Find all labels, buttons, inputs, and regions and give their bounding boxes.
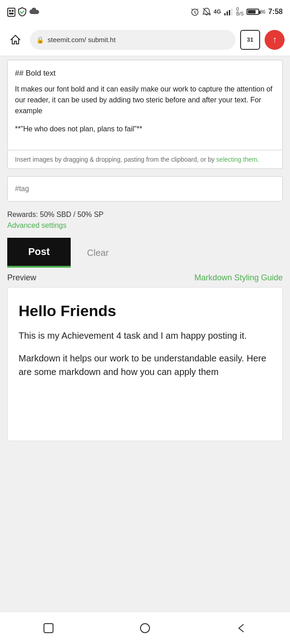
advanced-settings-link[interactable]: Advanced settings xyxy=(7,221,283,230)
image-hint: Insert images by dragging & dropping, pa… xyxy=(7,150,283,169)
post-button[interactable]: Post xyxy=(7,238,71,268)
signal-bars xyxy=(224,8,234,15)
image-hint-text-after: . xyxy=(257,156,259,163)
rewards-text: Rewards: 50% SBD / 50% SP xyxy=(7,211,283,219)
editor-para1: It makes our font bold and it can easily… xyxy=(15,84,275,116)
svg-rect-9 xyxy=(231,9,232,15)
status-bar: 4G 0B/S 86 7:58 xyxy=(0,0,290,24)
svg-rect-2 xyxy=(12,10,14,12)
editor-area[interactable]: ## Bold text It makes our font bold and … xyxy=(7,60,283,150)
select-files-link[interactable]: selecting them xyxy=(216,156,257,163)
back-button[interactable] xyxy=(223,618,260,638)
status-icons-left xyxy=(7,7,40,17)
preview-heading: Hello Friends xyxy=(19,302,271,320)
home-nav-icon xyxy=(139,622,151,634)
editor-bold-example: **"He who does not plan, plans to fail"*… xyxy=(15,124,275,135)
preview-label: Preview xyxy=(7,273,36,283)
preview-para2: Markdown it helps our work to be underst… xyxy=(19,351,271,379)
data-speed: 0B/S xyxy=(237,7,244,16)
back-icon xyxy=(235,622,248,634)
svg-point-11 xyxy=(140,624,150,633)
sim-icon xyxy=(7,7,15,17)
preview-para1: This is my Achievement 4 task and I am h… xyxy=(19,329,271,342)
image-hint-text-before: Insert images by dragging & dropping, pa… xyxy=(15,156,216,163)
editor-heading: ## Bold text xyxy=(15,67,275,79)
address-bar[interactable]: 🔒 steemit.com/ submit.ht xyxy=(30,30,236,50)
svg-rect-10 xyxy=(44,624,53,633)
svg-rect-3 xyxy=(9,13,14,14)
svg-rect-8 xyxy=(229,10,230,15)
upload-button[interactable]: ↑ xyxy=(265,30,285,50)
battery: 86 xyxy=(246,9,266,15)
url-text: steemit.com/ submit.ht xyxy=(48,36,116,43)
tag-input-wrap[interactable] xyxy=(7,176,283,202)
cloud-icon xyxy=(29,8,40,16)
action-buttons: Post Clear xyxy=(0,233,290,268)
svg-rect-0 xyxy=(8,8,15,16)
upload-arrow-icon: ↑ xyxy=(272,34,277,45)
alarm-icon xyxy=(190,7,199,16)
rewards-section: Rewards: 50% SBD / 50% SP Advanced setti… xyxy=(0,202,290,233)
tag-input[interactable] xyxy=(15,185,275,193)
recents-icon xyxy=(42,622,55,634)
svg-rect-6 xyxy=(224,13,226,15)
network-4g: 4G xyxy=(214,9,221,15)
markdown-guide-link[interactable]: Markdown Styling Guide xyxy=(194,273,283,283)
preview-content: Hello Friends This is my Achievement 4 t… xyxy=(7,287,283,441)
status-icons-right: 4G 0B/S 86 7:58 xyxy=(190,7,283,16)
svg-rect-1 xyxy=(9,10,11,12)
bell-mute-icon xyxy=(202,7,211,16)
svg-rect-7 xyxy=(227,11,228,15)
tab-count-button[interactable]: 31 xyxy=(240,30,260,50)
home-nav-button[interactable] xyxy=(127,618,163,638)
shield-icon xyxy=(18,7,26,16)
tab-count: 31 xyxy=(247,36,253,43)
preview-row: Preview Markdown Styling Guide xyxy=(0,268,290,283)
recents-button[interactable] xyxy=(30,618,67,638)
main-content: ## Bold text It makes our font bold and … xyxy=(0,60,290,486)
nav-bar: 🔒 steemit.com/ submit.ht 31 ↑ xyxy=(0,24,290,56)
clear-button[interactable]: Clear xyxy=(80,243,116,263)
bottom-nav xyxy=(0,611,290,644)
lock-icon: 🔒 xyxy=(36,36,44,43)
status-time: 7:58 xyxy=(268,8,283,16)
home-button[interactable] xyxy=(5,30,25,50)
